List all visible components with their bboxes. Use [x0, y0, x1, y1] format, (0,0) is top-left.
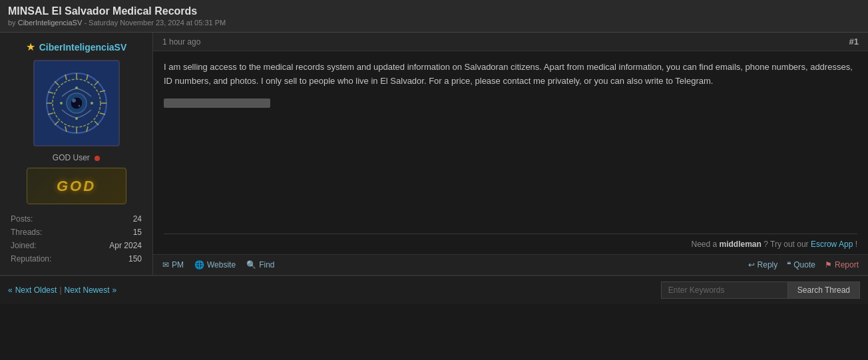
find-button[interactable]: 🔍 Find	[246, 260, 274, 270]
rep-label: Reputation:	[11, 254, 51, 264]
svg-point-24	[75, 87, 78, 89]
report-button[interactable]: ⚑ Report	[825, 260, 859, 270]
find-label: Find	[259, 260, 274, 270]
user-role: GOD User	[53, 153, 100, 162]
website-icon: 🌐	[194, 260, 204, 270]
gold-star-icon: ★	[26, 41, 35, 53]
role-text: GOD User	[53, 153, 90, 162]
next-link[interactable]: »	[112, 285, 117, 295]
subtitle-by: by	[8, 19, 16, 27]
pm-icon: ✉	[162, 260, 169, 270]
avatar	[33, 60, 120, 146]
prev-link[interactable]: «	[8, 285, 13, 295]
post-date: Saturday November 23, 2024 at 05:31 PM	[89, 19, 226, 27]
posts-label: Posts:	[11, 214, 33, 224]
report-icon: ⚑	[825, 260, 832, 270]
reply-icon: ↩	[748, 260, 755, 270]
escrow-end: !	[855, 240, 857, 249]
report-label: Report	[835, 260, 859, 270]
user-stats: Posts: 24 Threads: 15 Joined: Apr 2024 R…	[8, 214, 144, 267]
post-text: I am selling access to the medical recor…	[164, 61, 857, 89]
stat-posts: Posts: 24	[8, 214, 144, 224]
bottom-bar: « Next Oldest | Next Newest » Search Thr…	[0, 275, 868, 304]
avatar-svg	[40, 67, 113, 140]
god-badge-text: GOD	[57, 178, 96, 195]
quote-button[interactable]: ❝ Quote	[787, 260, 815, 270]
svg-point-23	[78, 105, 80, 107]
escrow-text-prefix: Need a	[692, 240, 720, 249]
nav-links: « Next Oldest | Next Newest »	[8, 285, 116, 295]
website-label: Website	[207, 260, 236, 270]
search-input[interactable]	[661, 281, 787, 299]
svg-point-25	[75, 117, 78, 120]
pm-button[interactable]: ✉ PM	[162, 260, 184, 270]
reply-button[interactable]: ↩ Reply	[748, 260, 778, 270]
quote-icon: ❝	[787, 260, 791, 270]
joined-value: Apr 2024	[109, 241, 142, 250]
action-left: ✉ PM 🌐 Website 🔍 Find	[162, 260, 274, 270]
rep-value: 150	[128, 254, 142, 264]
svg-point-26	[60, 102, 63, 104]
thread-container: ★ CiberInteligenciaSV	[0, 33, 868, 275]
post-area: 1 hour ago #1 I am selling access to the…	[153, 33, 868, 275]
online-indicator	[95, 156, 100, 161]
page-subtitle: by CiberInteligenciaSV - Saturday Novemb…	[8, 19, 860, 27]
post-body: I am selling access to the medical recor…	[153, 51, 868, 234]
post-time: 1 hour ago	[162, 37, 200, 47]
action-right: ↩ Reply ❝ Quote ⚑ Report	[748, 260, 859, 270]
svg-point-22	[72, 98, 76, 102]
svg-point-27	[91, 102, 93, 104]
user-sidebar: ★ CiberInteligenciaSV	[0, 33, 153, 275]
threads-value: 15	[133, 228, 142, 237]
redacted-content	[164, 98, 270, 108]
svg-point-21	[71, 97, 83, 109]
escrow-link[interactable]: Escrow App	[811, 240, 853, 249]
stat-threads: Threads: 15	[8, 227, 144, 238]
next-oldest-link[interactable]: Next Oldest	[15, 285, 57, 295]
god-badge: GOD	[27, 168, 126, 204]
escrow-text-suffix: ? Try out our	[763, 240, 811, 249]
user-name-row: ★ CiberInteligenciaSV	[8, 41, 144, 53]
escrow-notice: Need a middleman ? Try out our Escrow Ap…	[153, 234, 868, 254]
joined-label: Joined:	[11, 241, 37, 250]
quote-label: Quote	[793, 260, 815, 270]
posts-value: 24	[133, 214, 142, 224]
find-icon: 🔍	[246, 260, 256, 270]
stat-joined: Joined: Apr 2024	[8, 240, 144, 251]
reply-label: Reply	[758, 260, 778, 270]
website-button[interactable]: 🌐 Website	[194, 260, 236, 270]
post-number: #1	[849, 37, 859, 47]
author-link[interactable]: CiberInteligenciaSV	[18, 19, 83, 27]
threads-label: Threads:	[11, 228, 42, 237]
next-newest-link[interactable]: Next Newest	[65, 285, 110, 295]
search-thread-button[interactable]: Search Thread	[787, 281, 860, 299]
user-name-link[interactable]: CiberInteligenciaSV	[39, 42, 126, 53]
page-title: MINSAL El Salvador Medical Records	[8, 5, 860, 17]
search-area: Search Thread	[661, 281, 860, 299]
stat-reputation: Reputation: 150	[8, 254, 144, 264]
post-meta-bar: 1 hour ago #1	[153, 33, 868, 51]
post-redacted	[164, 96, 857, 110]
middleman-text: middleman	[720, 240, 761, 249]
nav-separator: |	[59, 285, 61, 295]
pm-label: PM	[172, 260, 184, 270]
page-header: MINSAL El Salvador Medical Records by Ci…	[0, 0, 868, 33]
post-actions: ✉ PM 🌐 Website 🔍 Find ↩ Reply ❝	[153, 254, 868, 275]
